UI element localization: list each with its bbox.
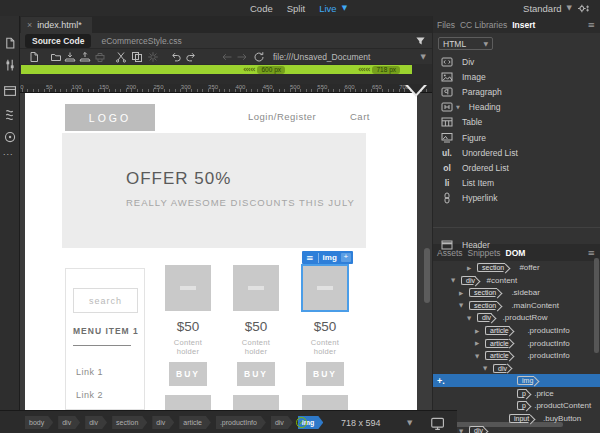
- preview-monitor-icon[interactable]: [430, 416, 446, 430]
- dom-row[interactable]: input.buyButton: [433, 412, 600, 425]
- product-image-placeholder[interactable]: [233, 265, 279, 311]
- collapse-icon[interactable]: ▼: [475, 353, 479, 359]
- insert-item-unordered-list[interactable]: ul.Unordered List: [433, 145, 600, 160]
- get-file-icon[interactable]: [64, 51, 76, 63]
- product-image-placeholder[interactable]: [302, 265, 348, 311]
- add-element-icon[interactable]: +.: [437, 376, 445, 386]
- copy-icon[interactable]: [131, 51, 143, 63]
- hamburger-icon[interactable]: ≡: [302, 253, 319, 263]
- close-icon[interactable]: ×: [27, 20, 32, 30]
- tag-selector-div[interactable]: div: [271, 416, 293, 429]
- media-query-marker[interactable]: ‹‹‹‹‹718 px: [358, 65, 400, 74]
- window-icon[interactable]: [3, 84, 17, 98]
- dom-row[interactable]: ▼div: [433, 425, 600, 433]
- dom-tag-chip[interactable]: p: [517, 401, 527, 410]
- buy-button[interactable]: BUY: [306, 362, 344, 386]
- source-code-button[interactable]: Source Code: [25, 34, 91, 48]
- panel-menu-icon[interactable]: ≡: [587, 20, 595, 30]
- insert-item-hyperlink[interactable]: Hyperlink: [433, 191, 600, 206]
- product-image-placeholder[interactable]: [233, 395, 279, 410]
- workspace-switcher[interactable]: Standard ▼: [523, 0, 590, 16]
- dom-row[interactable]: p.price: [433, 387, 600, 400]
- dom-row-selected[interactable]: img+.: [433, 374, 600, 387]
- tag-selector-div[interactable]: div: [58, 416, 80, 429]
- view-mode-live[interactable]: Live: [319, 3, 336, 14]
- panel-tab-files[interactable]: Files: [437, 20, 455, 30]
- chevron-down-icon[interactable]: ▼: [456, 104, 460, 110]
- new-file-icon[interactable]: [28, 51, 40, 63]
- page-nav-cart[interactable]: Cart: [350, 111, 370, 122]
- dom-row[interactable]: ▶article.productInfo: [433, 337, 600, 350]
- panel-tab-insert[interactable]: Insert: [512, 20, 535, 30]
- insert-item-list-item[interactable]: liList Item: [433, 176, 600, 191]
- tag-selector-productInfo[interactable]: .productInfo: [216, 416, 266, 429]
- insert-item-figure[interactable]: Figure: [433, 130, 600, 145]
- document-tab[interactable]: × index.html*: [21, 17, 92, 33]
- dom-tag-chip[interactable]: article: [485, 351, 510, 360]
- dom-row[interactable]: ▼div.productRow: [433, 312, 600, 325]
- dom-tag-chip[interactable]: div: [469, 426, 484, 433]
- dom-row[interactable]: ▼div#content: [433, 274, 600, 287]
- open-file-icon[interactable]: [50, 51, 62, 63]
- panel-tab-cc-libraries[interactable]: CC Libraries: [460, 20, 507, 30]
- put-file-icon[interactable]: [79, 51, 91, 63]
- cut-icon[interactable]: [115, 51, 127, 63]
- insert-item-ordered-list[interactable]: olOrdered List: [433, 160, 600, 175]
- add-element-icon[interactable]: +: [341, 253, 351, 262]
- more-icon[interactable]: ...: [3, 147, 17, 161]
- page-nav-login[interactable]: Login/Register: [248, 111, 316, 122]
- view-mode-code[interactable]: Code: [250, 3, 273, 14]
- dom-tag-chip[interactable]: div: [477, 313, 492, 322]
- tag-selector-body[interactable]: body: [25, 416, 53, 429]
- insert-item-header[interactable]: Header: [433, 237, 600, 252]
- css-file-button[interactable]: eCommerceStyle.css: [101, 36, 181, 46]
- insert-item-image[interactable]: Image: [433, 69, 600, 84]
- offer-banner[interactable]: OFFER 50% REALLY AWESOME DISCOUNTS THIS …: [62, 133, 366, 248]
- address-field[interactable]: file:///Unsaved_Document▼: [273, 52, 432, 62]
- collapse-icon[interactable]: ▼: [451, 277, 455, 283]
- dom-row[interactable]: p.productContent: [433, 400, 600, 413]
- collapse-icon[interactable]: ▼: [483, 365, 487, 371]
- collapse-icon[interactable]: ▼: [459, 428, 463, 433]
- tag-selector-section[interactable]: section: [112, 416, 147, 429]
- expand-icon[interactable]: ▶: [475, 340, 479, 346]
- dom-row[interactable]: ▼div: [433, 362, 600, 375]
- dom-tag-chip[interactable]: section: [469, 288, 497, 297]
- dom-tag-chip[interactable]: div: [493, 364, 508, 373]
- sync-settings-icon[interactable]: [577, 2, 590, 15]
- search-input[interactable]: search: [73, 288, 138, 313]
- refresh-icon[interactable]: [253, 51, 265, 63]
- inspect-icon[interactable]: [3, 130, 17, 144]
- menu-link[interactable]: Link 2: [76, 390, 103, 400]
- product-image-placeholder[interactable]: [165, 395, 211, 410]
- insert-item-paragraph[interactable]: Paragraph: [433, 84, 600, 99]
- insert-item-heading[interactable]: ▼Heading: [433, 100, 600, 115]
- dom-tag-chip[interactable]: article: [485, 339, 510, 348]
- canvas-scrollbar[interactable]: [424, 248, 430, 303]
- dom-row[interactable]: ▶section.sidebar: [433, 287, 600, 300]
- lint-ok-icon[interactable]: ✓: [296, 417, 307, 428]
- expand-icon[interactable]: ▶: [459, 290, 463, 296]
- dom-row[interactable]: ▶section#offer: [433, 262, 600, 275]
- product-image-placeholder[interactable]: [302, 395, 348, 410]
- redo-icon[interactable]: [185, 51, 197, 63]
- media-query-green-bar[interactable]: ‹‹‹‹‹600 px‹‹‹‹‹718 px: [21, 65, 412, 74]
- media-query-marker[interactable]: ‹‹‹‹‹600 px: [243, 65, 285, 74]
- chevron-down-icon[interactable]: ▼: [421, 53, 426, 61]
- insert-category-select[interactable]: HTML ▼: [438, 37, 493, 50]
- collapse-icon[interactable]: ▼: [467, 315, 471, 321]
- chevron-down-icon[interactable]: ▼: [342, 4, 347, 12]
- workspace-label[interactable]: Standard: [523, 3, 562, 14]
- dom-tag-chip[interactable]: img: [517, 376, 534, 385]
- insert-item-div[interactable]: Div: [433, 54, 600, 69]
- expand-icon[interactable]: ▶: [475, 328, 479, 334]
- tag-selector-div[interactable]: div: [85, 416, 107, 429]
- product-image-placeholder[interactable]: [165, 265, 211, 311]
- dom-tag-chip[interactable]: section: [477, 263, 505, 272]
- menu-link[interactable]: Link 1: [76, 367, 103, 377]
- page-logo[interactable]: LOGO: [65, 104, 155, 131]
- dom-tag-chip[interactable]: section: [469, 301, 497, 310]
- dom-row[interactable]: ▼article.productInfo: [433, 349, 600, 362]
- dom-row[interactable]: ▶article.productInfo: [433, 324, 600, 337]
- dom-row[interactable]: ▼section.mainContent: [433, 299, 600, 312]
